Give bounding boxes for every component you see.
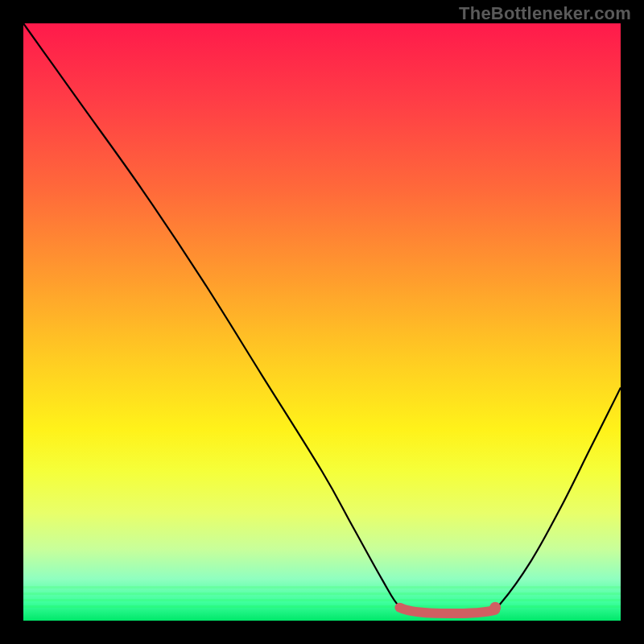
chart-frame: TheBottleneker.com xyxy=(0,0,644,644)
watermark-text: TheBottleneker.com xyxy=(459,3,631,24)
curve-line xyxy=(23,23,621,614)
trough-end-dot xyxy=(489,602,501,613)
trough-marker-line xyxy=(399,608,495,613)
bottleneck-curve xyxy=(23,23,621,621)
plot-outer xyxy=(23,23,621,621)
